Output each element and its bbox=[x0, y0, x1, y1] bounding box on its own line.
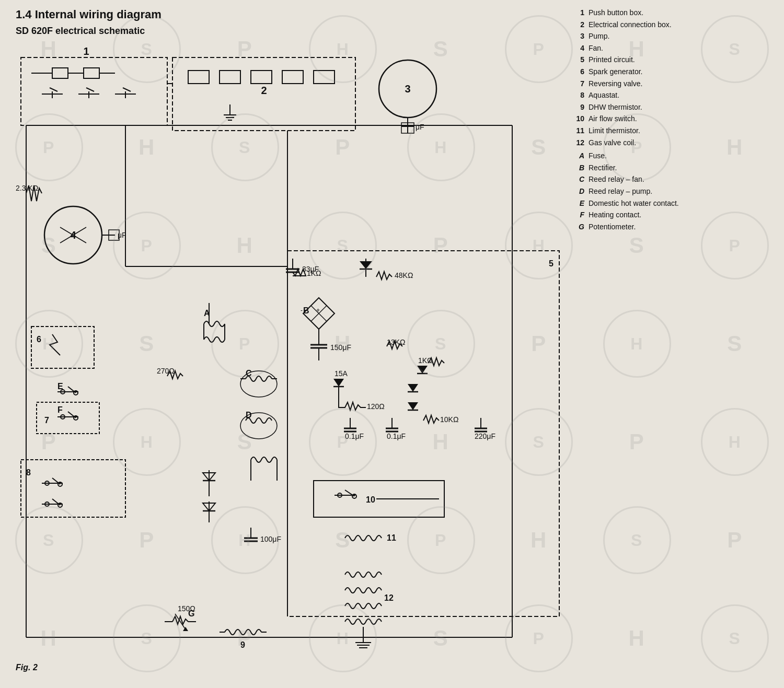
legend-alpha-item: FHeating contact. bbox=[570, 210, 768, 220]
svg-text:0.1μF: 0.1μF bbox=[387, 432, 406, 440]
svg-text:9: 9 bbox=[240, 640, 245, 649]
svg-text:10KΩ: 10KΩ bbox=[440, 415, 458, 424]
sub-title: SD 620F electrical schematic bbox=[16, 26, 162, 37]
svg-text:6: 6 bbox=[37, 335, 41, 344]
svg-point-63 bbox=[240, 371, 277, 397]
legend-alpha: AFuse.BRectifier.CReed relay – fan.DReed… bbox=[570, 151, 768, 232]
svg-rect-123 bbox=[31, 326, 94, 368]
svg-marker-81 bbox=[417, 366, 428, 374]
legend-item: 2Electrical connection box. bbox=[570, 20, 768, 30]
legend-section: 1Push button box.2Electrical connection … bbox=[570, 8, 768, 234]
legend-alpha-item: DReed relay – pump. bbox=[570, 186, 768, 197]
svg-marker-83 bbox=[408, 384, 418, 392]
svg-text:220μF: 220μF bbox=[475, 432, 495, 440]
svg-rect-20 bbox=[251, 71, 272, 84]
legend-item: 3Pump. bbox=[570, 31, 768, 42]
legend-numbered: 1Push button box.2Electrical connection … bbox=[570, 8, 768, 148]
svg-rect-22 bbox=[314, 71, 335, 84]
svg-text:3: 3 bbox=[405, 83, 410, 95]
svg-marker-157 bbox=[183, 627, 188, 631]
svg-rect-43 bbox=[287, 251, 559, 616]
svg-rect-19 bbox=[220, 71, 240, 84]
svg-text:F: F bbox=[57, 405, 63, 414]
svg-rect-21 bbox=[282, 71, 303, 84]
svg-text:5: 5 bbox=[549, 259, 554, 268]
svg-point-65 bbox=[240, 413, 277, 439]
svg-text:120Ω: 120Ω bbox=[367, 402, 385, 411]
legend-alpha-item: EDomestic hot water contact. bbox=[570, 199, 768, 209]
svg-line-9 bbox=[50, 88, 57, 91]
svg-text:10: 10 bbox=[366, 495, 375, 504]
svg-text:2: 2 bbox=[261, 85, 267, 96]
diagram-area: text { font-family: Arial, sans-serif; f… bbox=[10, 42, 575, 669]
svg-text:11: 11 bbox=[387, 533, 396, 542]
legend-alpha-item: GPotentiometer. bbox=[570, 222, 768, 232]
svg-text:270Ω: 270Ω bbox=[157, 367, 175, 375]
svg-text:-: - bbox=[301, 307, 303, 314]
legend-item: 12Gas valve coil. bbox=[570, 138, 768, 148]
svg-rect-0 bbox=[10, 42, 575, 669]
svg-rect-3 bbox=[52, 68, 68, 78]
svg-text:2.3 KΩ: 2.3 KΩ bbox=[16, 184, 38, 192]
svg-text:1KΩ: 1KΩ bbox=[307, 269, 321, 277]
main-title: 1.4 Internal wiring diagram bbox=[16, 8, 162, 21]
legend-alpha-item: BRectifier. bbox=[570, 163, 768, 173]
schematic-svg: text { font-family: Arial, sans-serif; f… bbox=[10, 42, 575, 669]
svg-marker-76 bbox=[333, 379, 344, 387]
svg-text:150Ω: 150Ω bbox=[178, 604, 195, 613]
legend-item: 9DHW thermistor. bbox=[570, 102, 768, 113]
legend-item: 8Aquastat. bbox=[570, 90, 768, 101]
svg-text:8: 8 bbox=[26, 468, 31, 477]
title-section: 1.4 Internal wiring diagram SD 620F elec… bbox=[16, 8, 162, 37]
svg-rect-18 bbox=[188, 71, 209, 84]
svg-marker-72 bbox=[360, 261, 372, 269]
svg-text:150μF: 150μF bbox=[330, 343, 351, 352]
svg-marker-85 bbox=[408, 402, 418, 410]
svg-text:+: + bbox=[316, 307, 320, 314]
svg-text:100μF: 100μF bbox=[260, 535, 281, 543]
svg-text:7: 7 bbox=[44, 416, 49, 425]
svg-line-15 bbox=[123, 88, 131, 91]
legend-item: 7Reversing valve. bbox=[570, 79, 768, 89]
legend-item: 10Air flow switch. bbox=[570, 114, 768, 124]
legend-alpha-item: AFuse. bbox=[570, 151, 768, 161]
svg-text:15A: 15A bbox=[335, 369, 348, 378]
legend-alpha-item: CReed relay – fan. bbox=[570, 174, 768, 185]
svg-text:1: 1 bbox=[83, 45, 89, 57]
svg-text:0.1μF: 0.1μF bbox=[345, 432, 364, 440]
svg-text:48KΩ: 48KΩ bbox=[395, 271, 413, 279]
legend-item: 11Limit thermistor. bbox=[570, 126, 768, 136]
svg-text:12: 12 bbox=[384, 593, 394, 602]
svg-rect-5 bbox=[84, 68, 99, 78]
svg-rect-113 bbox=[21, 460, 125, 517]
legend-item: 6Spark generator. bbox=[570, 67, 768, 77]
legend-item: 1Push button box. bbox=[570, 8, 768, 18]
legend-item: 4Fan. bbox=[570, 43, 768, 54]
legend-item: 5Printed circuit. bbox=[570, 55, 768, 65]
fig-label: Fig. 2 bbox=[16, 663, 38, 672]
svg-text:μF: μF bbox=[416, 123, 424, 131]
svg-line-12 bbox=[86, 88, 94, 91]
